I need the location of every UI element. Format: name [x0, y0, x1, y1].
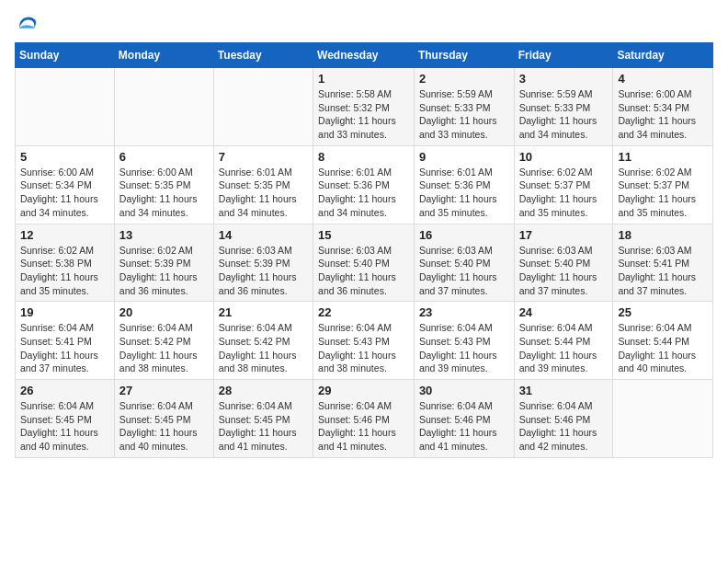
- calendar-table: SundayMondayTuesdayWednesdayThursdayFrid…: [15, 42, 713, 458]
- week-row-4: 19Sunrise: 6:04 AMSunset: 5:41 PMDayligh…: [16, 302, 713, 380]
- day-number: 22: [318, 305, 409, 319]
- day-info: Sunrise: 6:04 AMSunset: 5:42 PMDaylight:…: [119, 321, 209, 375]
- day-info: Sunrise: 6:04 AMSunset: 5:44 PMDaylight:…: [519, 321, 609, 375]
- day-info: Sunrise: 6:04 AMSunset: 5:42 PMDaylight:…: [219, 321, 308, 375]
- day-number: 21: [219, 305, 308, 319]
- week-row-2: 5Sunrise: 6:00 AMSunset: 5:34 PMDaylight…: [16, 145, 713, 224]
- day-number: 19: [20, 305, 109, 319]
- page-header: [15, 15, 713, 35]
- weekday-header-sunday: Sunday: [16, 43, 115, 68]
- day-cell: 19Sunrise: 6:04 AMSunset: 5:41 PMDayligh…: [16, 302, 115, 380]
- day-cell: [16, 68, 115, 146]
- week-row-3: 12Sunrise: 6:02 AMSunset: 5:38 PMDayligh…: [16, 224, 713, 302]
- day-cell: 5Sunrise: 6:00 AMSunset: 5:34 PMDaylight…: [16, 145, 115, 224]
- day-cell: 8Sunrise: 6:01 AMSunset: 5:36 PMDaylight…: [313, 145, 415, 224]
- day-cell: [613, 380, 713, 458]
- day-number: 30: [419, 384, 509, 397]
- day-number: 8: [318, 150, 409, 164]
- day-info: Sunrise: 6:04 AMSunset: 5:46 PMDaylight:…: [519, 399, 609, 454]
- day-info: Sunrise: 6:04 AMSunset: 5:44 PMDaylight:…: [618, 321, 708, 375]
- day-info: Sunrise: 6:03 AMSunset: 5:39 PMDaylight:…: [219, 244, 308, 298]
- day-cell: 11Sunrise: 6:02 AMSunset: 5:37 PMDayligh…: [613, 145, 713, 224]
- day-number: 27: [119, 384, 209, 397]
- weekday-header-monday: Monday: [114, 43, 213, 68]
- day-info: Sunrise: 5:59 AMSunset: 5:33 PMDaylight:…: [419, 87, 509, 142]
- day-cell: 23Sunrise: 6:04 AMSunset: 5:43 PMDayligh…: [414, 302, 514, 380]
- day-cell: 2Sunrise: 5:59 AMSunset: 5:33 PMDaylight…: [414, 68, 514, 146]
- week-row-1: 1Sunrise: 5:58 AMSunset: 5:32 PMDaylight…: [16, 68, 713, 146]
- day-cell: 17Sunrise: 6:03 AMSunset: 5:40 PMDayligh…: [514, 224, 613, 302]
- day-info: Sunrise: 6:04 AMSunset: 5:46 PMDaylight:…: [419, 399, 509, 454]
- day-number: 2: [419, 72, 509, 86]
- day-number: 20: [119, 305, 209, 319]
- day-cell: 21Sunrise: 6:04 AMSunset: 5:42 PMDayligh…: [213, 302, 313, 380]
- day-cell: 26Sunrise: 6:04 AMSunset: 5:45 PMDayligh…: [16, 380, 115, 458]
- day-info: Sunrise: 5:59 AMSunset: 5:33 PMDaylight:…: [519, 87, 609, 142]
- day-cell: 15Sunrise: 6:03 AMSunset: 5:40 PMDayligh…: [313, 224, 415, 302]
- weekday-header-saturday: Saturday: [613, 43, 713, 68]
- day-info: Sunrise: 6:00 AMSunset: 5:34 PMDaylight:…: [618, 87, 708, 142]
- day-cell: 27Sunrise: 6:04 AMSunset: 5:45 PMDayligh…: [114, 380, 213, 458]
- day-cell: 16Sunrise: 6:03 AMSunset: 5:40 PMDayligh…: [414, 224, 514, 302]
- day-cell: 9Sunrise: 6:01 AMSunset: 5:36 PMDaylight…: [414, 145, 514, 224]
- day-number: 11: [618, 150, 708, 164]
- day-number: 15: [318, 228, 409, 242]
- day-info: Sunrise: 6:03 AMSunset: 5:40 PMDaylight:…: [419, 244, 509, 298]
- day-number: 24: [519, 305, 609, 319]
- day-number: 7: [219, 150, 308, 164]
- day-info: Sunrise: 6:02 AMSunset: 5:37 PMDaylight:…: [519, 166, 609, 220]
- day-info: Sunrise: 6:04 AMSunset: 5:43 PMDaylight:…: [318, 321, 409, 375]
- day-info: Sunrise: 6:04 AMSunset: 5:45 PMDaylight:…: [119, 399, 209, 454]
- day-cell: [114, 68, 213, 146]
- day-cell: 30Sunrise: 6:04 AMSunset: 5:46 PMDayligh…: [414, 380, 514, 458]
- day-number: 6: [119, 150, 209, 164]
- day-cell: 14Sunrise: 6:03 AMSunset: 5:39 PMDayligh…: [213, 224, 313, 302]
- day-number: 31: [519, 384, 609, 397]
- day-info: Sunrise: 6:01 AMSunset: 5:35 PMDaylight:…: [219, 166, 308, 220]
- day-cell: 1Sunrise: 5:58 AMSunset: 5:32 PMDaylight…: [313, 68, 415, 146]
- calendar-header: SundayMondayTuesdayWednesdayThursdayFrid…: [16, 43, 713, 68]
- weekday-header-wednesday: Wednesday: [313, 43, 415, 68]
- day-number: 25: [618, 305, 708, 319]
- day-info: Sunrise: 6:04 AMSunset: 5:46 PMDaylight:…: [318, 399, 409, 454]
- day-number: 26: [20, 384, 109, 397]
- day-number: 12: [20, 228, 109, 242]
- weekday-header-friday: Friday: [514, 43, 613, 68]
- day-cell: 24Sunrise: 6:04 AMSunset: 5:44 PMDayligh…: [514, 302, 613, 380]
- day-cell: 28Sunrise: 6:04 AMSunset: 5:45 PMDayligh…: [213, 380, 313, 458]
- day-number: 4: [618, 72, 708, 86]
- logo-icon: [17, 15, 37, 35]
- week-row-5: 26Sunrise: 6:04 AMSunset: 5:45 PMDayligh…: [16, 380, 713, 458]
- day-cell: 18Sunrise: 6:03 AMSunset: 5:41 PMDayligh…: [613, 224, 713, 302]
- day-info: Sunrise: 6:04 AMSunset: 5:45 PMDaylight:…: [20, 399, 109, 454]
- day-info: Sunrise: 6:02 AMSunset: 5:37 PMDaylight:…: [618, 166, 708, 220]
- day-number: 13: [119, 228, 209, 242]
- day-info: Sunrise: 6:03 AMSunset: 5:41 PMDaylight:…: [618, 244, 708, 298]
- day-info: Sunrise: 5:58 AMSunset: 5:32 PMDaylight:…: [318, 87, 409, 142]
- day-number: 10: [519, 150, 609, 164]
- day-number: 18: [618, 228, 708, 242]
- day-info: Sunrise: 6:01 AMSunset: 5:36 PMDaylight:…: [318, 166, 409, 220]
- day-cell: 10Sunrise: 6:02 AMSunset: 5:37 PMDayligh…: [514, 145, 613, 224]
- logo: [15, 15, 37, 35]
- weekday-header-row: SundayMondayTuesdayWednesdayThursdayFrid…: [16, 43, 713, 68]
- day-cell: 7Sunrise: 6:01 AMSunset: 5:35 PMDaylight…: [213, 145, 313, 224]
- day-cell: 20Sunrise: 6:04 AMSunset: 5:42 PMDayligh…: [114, 302, 213, 380]
- day-info: Sunrise: 6:01 AMSunset: 5:36 PMDaylight:…: [419, 166, 509, 220]
- day-number: 14: [219, 228, 308, 242]
- day-number: 17: [519, 228, 609, 242]
- day-info: Sunrise: 6:03 AMSunset: 5:40 PMDaylight:…: [318, 244, 409, 298]
- day-info: Sunrise: 6:04 AMSunset: 5:41 PMDaylight:…: [20, 321, 109, 375]
- day-cell: 22Sunrise: 6:04 AMSunset: 5:43 PMDayligh…: [313, 302, 415, 380]
- calendar-body: 1Sunrise: 5:58 AMSunset: 5:32 PMDaylight…: [16, 68, 713, 458]
- day-cell: 29Sunrise: 6:04 AMSunset: 5:46 PMDayligh…: [313, 380, 415, 458]
- day-info: Sunrise: 6:03 AMSunset: 5:40 PMDaylight:…: [519, 244, 609, 298]
- day-cell: 13Sunrise: 6:02 AMSunset: 5:39 PMDayligh…: [114, 224, 213, 302]
- day-number: 5: [20, 150, 109, 164]
- day-cell: 4Sunrise: 6:00 AMSunset: 5:34 PMDaylight…: [613, 68, 713, 146]
- weekday-header-tuesday: Tuesday: [213, 43, 313, 68]
- day-number: 29: [318, 384, 409, 397]
- weekday-header-thursday: Thursday: [414, 43, 514, 68]
- day-cell: 31Sunrise: 6:04 AMSunset: 5:46 PMDayligh…: [514, 380, 613, 458]
- day-cell: 12Sunrise: 6:02 AMSunset: 5:38 PMDayligh…: [16, 224, 115, 302]
